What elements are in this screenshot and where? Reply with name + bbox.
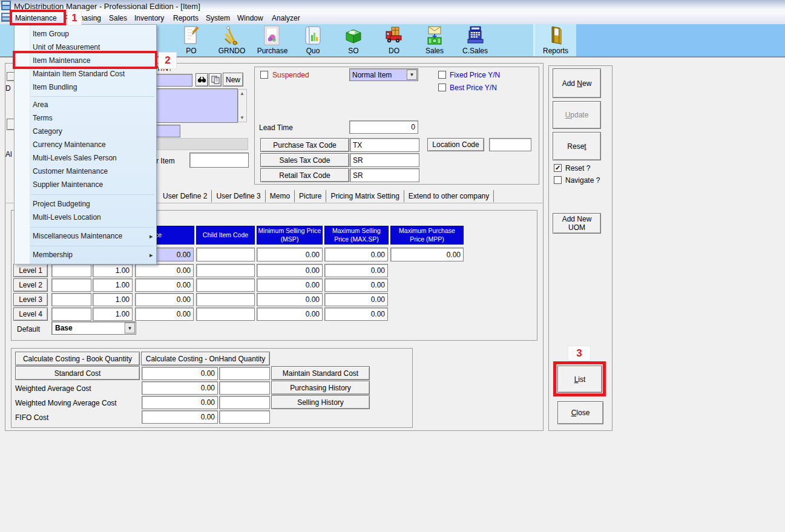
copy-button[interactable] bbox=[209, 73, 222, 87]
location-code-button[interactable]: Location Code bbox=[427, 138, 484, 151]
toolbar-button-do[interactable]: DO bbox=[374, 25, 414, 57]
add-new-uom-button[interactable]: Add New UOM bbox=[553, 213, 601, 234]
standard-cost-button[interactable]: Standard Cost bbox=[15, 366, 140, 380]
level-1-button[interactable]: Level 1 bbox=[13, 264, 48, 277]
toolbar-button-reports[interactable]: Reports bbox=[536, 25, 576, 57]
tab-memo[interactable]: Memo bbox=[266, 190, 295, 202]
toolbar-button-grndo[interactable]: GRNDO bbox=[212, 25, 252, 57]
navigate-checkbox[interactable] bbox=[554, 176, 562, 184]
scroll-down-icon[interactable]: ▼ bbox=[240, 115, 245, 120]
level-1-factor-cell[interactable]: 1.00 bbox=[93, 264, 133, 277]
level-4-child-cell[interactable] bbox=[196, 307, 255, 321]
sales-tax-code-button[interactable]: Sales Tax Code bbox=[260, 153, 349, 167]
maintain-standard-cost-button[interactable]: Maintain Standard Cost bbox=[271, 366, 370, 380]
scroll-up-icon[interactable]: ▲ bbox=[240, 91, 245, 96]
menu-item-currency-maintenance[interactable]: Currency Maintenance bbox=[15, 138, 156, 151]
calc-costing-book-button[interactable]: Calculate Costing - Book Quantity bbox=[15, 352, 140, 366]
level-3-selling-cell[interactable]: 0.00 bbox=[135, 293, 194, 306]
tab-pricing-matrix-setting[interactable]: Pricing Matrix Setting bbox=[326, 190, 404, 202]
level-4-maxsp-cell[interactable]: 0.00 bbox=[324, 307, 388, 321]
reset-button[interactable]: Reset bbox=[553, 132, 601, 160]
menubar-item-reports[interactable]: Reports bbox=[173, 14, 199, 22]
level-2-selling-cell[interactable]: 0.00 bbox=[135, 278, 194, 292]
update-button[interactable]: Update bbox=[553, 101, 601, 129]
new-button[interactable]: New bbox=[223, 73, 243, 87]
level-4-selling-cell[interactable]: 0.00 bbox=[135, 307, 194, 321]
tab-picture[interactable]: Picture bbox=[295, 190, 326, 202]
menu-item-terms[interactable]: Terms bbox=[15, 111, 156, 125]
menubar-item-system[interactable]: System bbox=[206, 14, 230, 22]
description-scrollbar[interactable]: ▲ ▼ bbox=[238, 89, 247, 122]
menubar-item-window[interactable]: Window bbox=[237, 14, 263, 22]
level-4-msp-cell[interactable]: 0.00 bbox=[257, 307, 323, 321]
purchase-tax-code-button[interactable]: Purchase Tax Code bbox=[260, 138, 349, 152]
level-2-maxsp-cell[interactable]: 0.00 bbox=[324, 278, 388, 292]
level-1-selling-cell[interactable]: 0.00 bbox=[135, 264, 194, 277]
fixed-price-checkbox[interactable] bbox=[438, 71, 446, 79]
level-3-button[interactable]: Level 3 bbox=[13, 293, 48, 306]
level-3-maxsp-cell[interactable]: 0.00 bbox=[324, 293, 388, 306]
reset-checkbox[interactable]: ✓ bbox=[554, 164, 562, 172]
base-maxsp-cell[interactable]: 0.00 bbox=[324, 248, 388, 261]
level-2-factor-cell[interactable]: 1.00 bbox=[93, 278, 133, 292]
base-mpp-cell[interactable]: 0.00 bbox=[390, 248, 464, 261]
level-1-child-cell[interactable] bbox=[196, 264, 255, 277]
default-select[interactable]: Base ▼ bbox=[51, 321, 136, 335]
purchasing-history-button[interactable]: Purchasing History bbox=[271, 381, 370, 395]
level-3-qty-cell[interactable] bbox=[51, 293, 91, 306]
lead-time-input[interactable]: 0 bbox=[349, 120, 418, 134]
item-type-select[interactable]: Normal Item ▼ bbox=[349, 68, 418, 81]
toolbar-button-csales[interactable]: C.Sales bbox=[455, 25, 495, 57]
menu-item-area[interactable]: Area bbox=[15, 98, 156, 111]
menubar-item-analyzer[interactable]: Analyzer bbox=[272, 14, 300, 22]
menu-item-maintain-item-standard-cost[interactable]: Maintain Item Standard Cost bbox=[15, 67, 156, 80]
standard-cost-field[interactable]: 0.00 bbox=[142, 367, 218, 380]
level-4-factor-cell[interactable]: 1.00 bbox=[93, 307, 133, 321]
menu-item-project-budgeting[interactable]: Project Budgeting bbox=[15, 197, 156, 211]
toolbar-button-po[interactable]: PO bbox=[171, 25, 211, 57]
close-button[interactable]: Close bbox=[557, 401, 603, 424]
tab-extend-to-other-company[interactable]: Extend to other company bbox=[404, 190, 494, 202]
level-3-factor-cell[interactable]: 1.00 bbox=[93, 293, 133, 306]
toolbar-button-so[interactable]: SO bbox=[333, 25, 373, 57]
toolbar-button-quo[interactable]: Quo bbox=[293, 25, 333, 57]
level-3-child-cell[interactable] bbox=[196, 293, 255, 306]
menu-item-miscellaneous-maintenance[interactable]: Miscellaneous Maintenance ▸ bbox=[15, 229, 156, 243]
default-dropdown-arrow-icon[interactable]: ▼ bbox=[125, 323, 135, 333]
level-3-msp-cell[interactable]: 0.00 bbox=[257, 293, 323, 306]
base-child-item-cell[interactable] bbox=[196, 248, 255, 261]
level-1-maxsp-cell[interactable]: 0.00 bbox=[324, 264, 388, 277]
toolbar-button-sales[interactable]: Sales bbox=[415, 25, 455, 57]
toolbar-button-purchase[interactable]: Purchase bbox=[252, 25, 292, 57]
retail-tax-code-button[interactable]: Retail Tax Code bbox=[260, 168, 349, 182]
menu-item-customer-maintenance[interactable]: Customer Maintenance bbox=[15, 165, 156, 178]
level-2-button[interactable]: Level 2 bbox=[13, 278, 48, 292]
menu-item-membership[interactable]: Membership ▸ bbox=[15, 248, 156, 261]
item-type-dropdown-arrow-icon[interactable]: ▼ bbox=[407, 70, 417, 80]
level-2-msp-cell[interactable]: 0.00 bbox=[257, 278, 323, 292]
level-4-qty-cell[interactable] bbox=[51, 307, 91, 321]
menubar-item-inventory[interactable]: Inventory bbox=[134, 14, 164, 22]
level-2-qty-cell[interactable] bbox=[51, 278, 91, 292]
level-2-child-cell[interactable] bbox=[196, 278, 255, 292]
best-price-checkbox[interactable] bbox=[438, 84, 446, 91]
search-button[interactable] bbox=[195, 73, 208, 87]
level-1-qty-cell[interactable] bbox=[51, 264, 91, 277]
menu-item-item-bundling[interactable]: Item Bundling bbox=[15, 80, 156, 94]
menu-item-supplier-maintenance[interactable]: Supplier Maintenance bbox=[15, 178, 156, 191]
selling-history-button[interactable]: Selling History bbox=[271, 395, 370, 409]
menu-item-multi-levels-sales-person[interactable]: Multi-Levels Sales Person bbox=[15, 151, 156, 165]
calc-costing-onhand-button[interactable]: Calculate Costing - OnHand Quantity bbox=[141, 352, 270, 366]
tab-user-define-2[interactable]: User Define 2 bbox=[159, 190, 212, 202]
tab-user-define-3[interactable]: User Define 3 bbox=[212, 190, 265, 202]
suspended-checkbox[interactable] bbox=[260, 71, 268, 79]
menubar-item-sales[interactable]: Sales bbox=[109, 14, 127, 22]
level-4-button[interactable]: Level 4 bbox=[13, 307, 48, 321]
level-1-msp-cell[interactable]: 0.00 bbox=[257, 264, 323, 277]
supplier-item-input[interactable] bbox=[189, 153, 249, 168]
menu-item-item-group[interactable]: Item Group bbox=[15, 27, 156, 41]
menu-item-category[interactable]: Category bbox=[15, 125, 156, 138]
menu-item-multi-levels-location[interactable]: Multi-Levels Location bbox=[15, 211, 156, 224]
base-msp-cell[interactable]: 0.00 bbox=[257, 248, 323, 261]
add-new-button[interactable]: Add New bbox=[553, 68, 601, 98]
